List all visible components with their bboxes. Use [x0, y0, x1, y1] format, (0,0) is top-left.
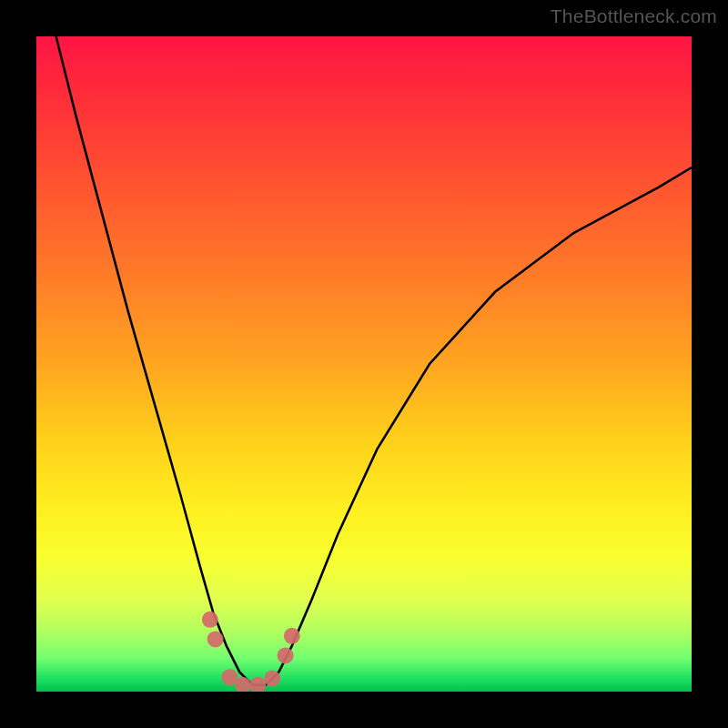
curve-marker	[207, 631, 224, 647]
bottleneck-curve-path	[56, 36, 692, 685]
curve-marker	[249, 677, 266, 692]
curve-marker	[202, 612, 218, 628]
curve-marker	[264, 671, 280, 687]
curve-marker	[278, 647, 294, 663]
curve-svg	[36, 36, 692, 692]
watermark-text: TheBottleneck.com	[551, 5, 717, 27]
marker-group	[202, 612, 300, 692]
chart-frame: TheBottleneck.com	[0, 0, 728, 728]
curve-marker	[284, 628, 300, 644]
plot-area	[36, 36, 692, 692]
